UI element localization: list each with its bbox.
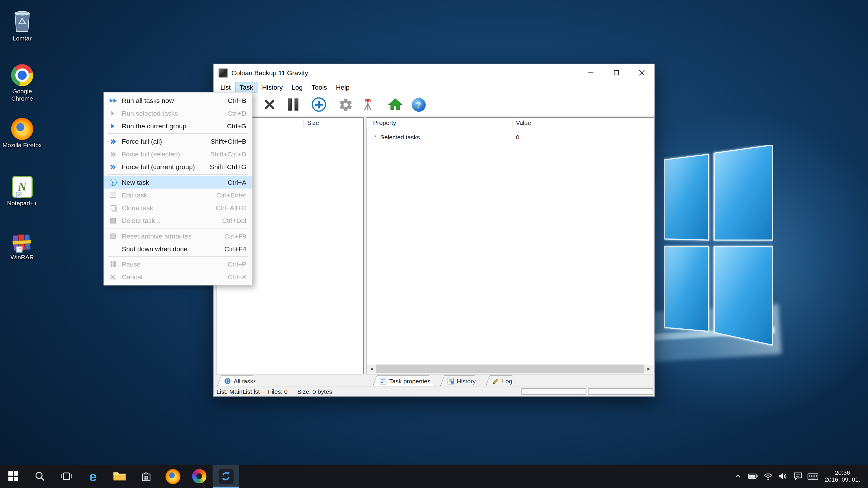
menu-separator [108, 174, 248, 175]
search-button[interactable] [27, 464, 53, 488]
property-value: 0 [516, 134, 519, 140]
log-pencil-icon [493, 378, 499, 384]
properties-column-headers: Property Value [367, 118, 654, 128]
property-row[interactable]: • Selected tasks 0 [367, 133, 654, 142]
menu-item-force-full-current-group[interactable]: Force full (current group) Shift+Ctrl+G [104, 160, 252, 173]
new-task-button[interactable] [309, 95, 329, 114]
minimize-button[interactable] [578, 64, 603, 81]
desktop-icon-notepadpp[interactable]: N ↗ Notepad++ [2, 171, 42, 207]
store-icon [140, 470, 153, 482]
start-button[interactable] [0, 464, 27, 488]
maximize-icon [614, 70, 619, 75]
menu-item-force-full-all[interactable]: Force full (all) Shift+Ctrl+B [104, 135, 252, 148]
file-explorer-button[interactable] [106, 464, 133, 488]
tab-history[interactable]: History [440, 375, 479, 386]
tray-chevron-up-button[interactable] [731, 464, 746, 488]
menu-item-clone-task[interactable]: Clone task Ctrl+Alt+C [104, 201, 252, 214]
tray-network-button[interactable] [761, 464, 775, 488]
window-client-area: Size Property Value • Selected tasks 0 ◀ [214, 116, 654, 375]
firefox-button[interactable] [159, 464, 186, 488]
tab-task-properties[interactable]: Task properties [373, 375, 433, 386]
desktop-icon-label: Notepad++ [2, 200, 42, 207]
desktop-icon-recycle-bin[interactable]: Lomtár [2, 7, 42, 42]
store-button[interactable] [133, 464, 159, 488]
battery-icon [748, 471, 758, 481]
titlebar[interactable]: Cobian Backup 11 Gravity [214, 64, 654, 81]
menu-item-force-full-selected[interactable]: Force full (selected) Shift+Ctrl+D [104, 148, 252, 160]
menu-tools[interactable]: Tools [307, 82, 331, 93]
tab-all-tasks[interactable]: All tasks [217, 375, 257, 386]
menu-log[interactable]: Log [287, 82, 307, 93]
desktop-icon-label: Google Chrome [2, 88, 42, 102]
run-selected-icon [104, 111, 122, 116]
menu-item-run-selected-tasks[interactable]: Run selected tasks Ctrl+D [104, 107, 252, 120]
globe-icon [224, 378, 231, 384]
menubar: List Task History Log Tools Help [214, 81, 654, 93]
menu-history[interactable]: History [257, 82, 287, 93]
desktop-icon-label: Lomtár [2, 35, 42, 42]
menu-item-edit-task[interactable]: Edit task... Ctrl+Enter [104, 189, 252, 201]
tab-label: Log [502, 378, 512, 384]
desktop-icon-google-chrome[interactable]: Google Chrome [2, 60, 42, 102]
run-all-icon [104, 98, 122, 103]
settings-button[interactable] [335, 95, 355, 114]
menu-item-new-task[interactable]: New task Ctrl+A [104, 176, 252, 189]
cancel-button[interactable] [259, 95, 279, 114]
scroll-left-button[interactable]: ◀ [367, 364, 376, 373]
chevron-up-icon [734, 472, 743, 481]
menu-separator [108, 256, 248, 257]
tray-action-center-button[interactable] [790, 464, 806, 488]
task-menu-popup: Run all tasks now Ctrl+B Run selected ta… [103, 92, 253, 286]
tray-volume-button[interactable] [775, 464, 790, 488]
desktop-icon-mozilla-firefox[interactable]: Mozilla Firefox [2, 113, 42, 149]
firefox-icon [11, 118, 33, 140]
tray-battery-button[interactable] [746, 464, 761, 488]
system-tray: 20:36 2016. 09. 01. [731, 464, 868, 488]
horizontal-scrollbar: ◀ ▶ [367, 364, 653, 373]
scrollbar-track[interactable] [376, 364, 644, 373]
close-button[interactable] [629, 64, 654, 81]
app-icon [219, 68, 228, 77]
property-name: Selected tasks [380, 134, 420, 140]
menu-item-run-all-tasks-now[interactable]: Run all tasks now Ctrl+B [104, 94, 252, 107]
settings-gear-icon [338, 97, 353, 112]
maximize-button[interactable] [603, 64, 629, 81]
task-properties-panel: Property Value • Selected tasks 0 ◀ ▶ [366, 118, 654, 375]
menu-item-pause[interactable]: Pause Ctrl+P [104, 258, 252, 270]
task-properties-icon [380, 378, 386, 384]
desktop-icon-winrar[interactable]: ↗ WinRAR [2, 226, 42, 261]
taskbar-clock[interactable]: 20:36 2016. 09. 01. [820, 469, 865, 483]
menu-list[interactable]: List [216, 82, 235, 93]
menu-item-shut-down-when-done[interactable]: Shut down when done Ctrl+F4 [104, 242, 252, 255]
windows-start-icon [8, 471, 18, 481]
size-column-header[interactable]: Size [307, 120, 319, 126]
paint-button[interactable] [186, 464, 213, 488]
home-button[interactable] [385, 95, 405, 114]
force-group-icon [104, 165, 122, 168]
property-column-header[interactable]: Property [373, 120, 396, 126]
value-column-header[interactable]: Value [516, 120, 531, 126]
paint-icon [192, 469, 207, 483]
edge-button[interactable]: e [80, 464, 106, 488]
menu-task[interactable]: Task [235, 82, 258, 93]
help-button[interactable]: ? [408, 95, 429, 114]
action-center-icon [793, 471, 803, 481]
menu-help[interactable]: Help [332, 82, 354, 93]
status-list: List: MainList.lst [216, 388, 260, 395]
menu-separator [108, 133, 248, 134]
cobian-backup-taskbar-button[interactable] [213, 464, 239, 488]
scrollbar-thumb[interactable] [376, 364, 644, 373]
menu-item-reset-archive-attributes[interactable]: Reset archive attributes Ctrl+F9 [104, 230, 252, 242]
reset-archive-icon [104, 233, 122, 238]
scroll-right-button[interactable]: ▶ [644, 364, 653, 373]
status-panel-1 [521, 388, 586, 395]
cobian-backup-icon [218, 468, 234, 484]
remote-button[interactable] [358, 95, 378, 114]
tab-log[interactable]: Log [486, 375, 517, 386]
menu-item-run-current-group[interactable]: Run the current group Ctrl+G [104, 120, 252, 132]
tray-touch-keyboard-button[interactable] [805, 464, 820, 488]
pause-button[interactable] [283, 95, 303, 114]
menu-item-delete-task[interactable]: Delete task... Ctrl+Del [104, 214, 252, 227]
menu-item-cancel[interactable]: Cancel Ctrl+X [104, 270, 252, 283]
task-view-button[interactable] [53, 464, 80, 488]
